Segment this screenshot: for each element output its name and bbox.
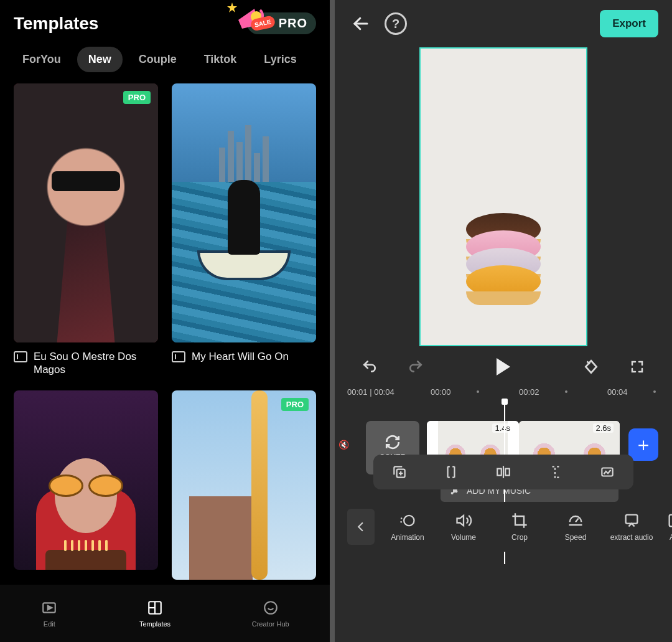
templates-title: Templates bbox=[14, 14, 98, 34]
pro-tag: PRO bbox=[123, 91, 151, 104]
export-button[interactable]: Export bbox=[600, 10, 658, 37]
ruler-tick: 00:04 bbox=[607, 387, 628, 397]
svg-point-20 bbox=[404, 516, 414, 526]
tab-new[interactable]: New bbox=[77, 47, 123, 72]
edit-strip bbox=[373, 455, 633, 489]
pro-badge[interactable]: SALE PRO bbox=[247, 12, 316, 34]
tool-label: extract audio bbox=[610, 533, 653, 542]
nav-creator-hub[interactable]: Creator Hub bbox=[252, 599, 289, 628]
extract-audio-icon bbox=[623, 512, 640, 529]
speed-icon bbox=[567, 512, 584, 529]
tool-speed[interactable]: Speed bbox=[548, 512, 604, 542]
tab-lyrics[interactable]: Lyrics bbox=[253, 47, 307, 72]
svg-line-22 bbox=[576, 519, 579, 522]
template-title: Eu Sou O Mestre Dos Magos bbox=[34, 350, 158, 377]
fullscreen-button[interactable] bbox=[625, 354, 650, 379]
svg-rect-24 bbox=[626, 515, 638, 524]
svg-rect-25 bbox=[670, 515, 672, 527]
crop-icon bbox=[511, 512, 528, 529]
clip-duration: 1.4s bbox=[492, 423, 513, 433]
transport-controls bbox=[335, 350, 672, 384]
trim-icon[interactable] bbox=[442, 463, 460, 481]
ruler-dot bbox=[653, 390, 656, 393]
svg-point-11 bbox=[451, 492, 454, 494]
tool-crop[interactable]: Crop bbox=[492, 512, 548, 542]
adjust-icon[interactable] bbox=[598, 463, 617, 481]
template-grid: PRO Eu Sou O Mestre Dos Magos My Heart W… bbox=[0, 83, 330, 585]
tab-tiktok[interactable]: Tiktok bbox=[193, 47, 248, 72]
templates-header: Templates SALE PRO bbox=[0, 0, 330, 38]
keyframe-button[interactable] bbox=[579, 354, 604, 379]
template-thumbnail: PRO bbox=[14, 83, 158, 342]
svg-marker-21 bbox=[457, 516, 464, 526]
help-button[interactable]: ? bbox=[385, 12, 407, 35]
duplicate-icon[interactable] bbox=[390, 463, 409, 481]
volume-icon bbox=[455, 512, 472, 529]
pro-tag: PRO bbox=[281, 398, 309, 411]
preview-frame[interactable] bbox=[419, 47, 587, 346]
ruler-tick: 00:02 bbox=[519, 387, 539, 397]
template-card[interactable]: PRO bbox=[172, 390, 316, 580]
tool-label: Speed bbox=[565, 533, 587, 542]
split-icon[interactable] bbox=[546, 463, 565, 481]
template-card[interactable] bbox=[14, 390, 158, 580]
nav-templates[interactable]: Templates bbox=[139, 599, 170, 628]
auto-icon bbox=[666, 512, 672, 529]
template-card[interactable]: My Heart Will Go On bbox=[172, 83, 316, 377]
tool-row: Animation Volume Crop Speed extract audi… bbox=[335, 502, 672, 552]
multi-clip-icon bbox=[172, 351, 185, 362]
play-button[interactable] bbox=[497, 358, 510, 375]
mirror-icon[interactable] bbox=[494, 463, 513, 481]
preview-area bbox=[335, 47, 672, 350]
tool-label: Aut bbox=[670, 533, 672, 542]
svg-point-12 bbox=[455, 490, 457, 493]
nav-label: Templates bbox=[139, 620, 170, 628]
pane-divider bbox=[330, 0, 335, 642]
preview-content bbox=[466, 228, 541, 298]
tool-label: Animation bbox=[391, 533, 424, 542]
timeline[interactable]: 🔇 COVER 1.4s x1.0 2.6s .0 ＋ ADD MY MUSI bbox=[335, 402, 672, 552]
animation-icon bbox=[399, 512, 416, 529]
tool-label: Crop bbox=[511, 533, 528, 542]
tool-animation[interactable]: Animation bbox=[380, 512, 436, 542]
redo-button[interactable] bbox=[403, 354, 428, 379]
refresh-icon bbox=[385, 434, 401, 450]
clip-duration: 2.6s bbox=[593, 423, 614, 433]
editor-header: ? Export bbox=[335, 0, 672, 47]
back-button[interactable] bbox=[348, 11, 373, 36]
tab-couple[interactable]: Couple bbox=[128, 47, 188, 72]
svg-marker-4 bbox=[48, 606, 52, 610]
tool-extract-audio[interactable]: extract audio bbox=[604, 512, 660, 542]
tool-auto[interactable]: Aut bbox=[660, 512, 672, 542]
svg-rect-18 bbox=[505, 469, 510, 476]
tools-back-button[interactable] bbox=[347, 509, 375, 545]
ruler-dot bbox=[477, 390, 479, 393]
svg-point-8 bbox=[264, 602, 277, 614]
editor-pane: ? Export 00:01 | 00:0 bbox=[335, 0, 672, 642]
templates-pane: Templates SALE PRO ForYou New Couple Tik… bbox=[0, 0, 330, 642]
creator-hub-icon bbox=[262, 599, 279, 616]
tab-foryou[interactable]: ForYou bbox=[11, 47, 72, 72]
nav-edit[interactable]: Edit bbox=[40, 599, 58, 628]
ruler-tick: 00:00 bbox=[431, 387, 451, 397]
undo-button[interactable] bbox=[357, 354, 382, 379]
svg-rect-17 bbox=[497, 469, 502, 476]
template-tabs: ForYou New Couple Tiktok Lyrics bbox=[0, 38, 330, 83]
pro-badge-label: PRO bbox=[279, 16, 307, 31]
template-title: My Heart Will Go On bbox=[192, 350, 289, 363]
template-thumbnail: PRO bbox=[172, 390, 316, 580]
svg-marker-2 bbox=[227, 2, 237, 12]
tool-volume[interactable]: Volume bbox=[436, 512, 492, 542]
tool-label: Volume bbox=[451, 533, 476, 542]
template-card[interactable]: PRO Eu Sou O Mestre Dos Magos bbox=[14, 83, 158, 377]
nav-label: Creator Hub bbox=[252, 620, 289, 628]
bottom-nav: Edit Templates Creator Hub bbox=[0, 585, 330, 642]
multi-clip-icon bbox=[14, 351, 27, 362]
ruler-dot bbox=[565, 390, 567, 393]
template-thumbnail bbox=[172, 83, 316, 342]
add-clip-button[interactable]: ＋ bbox=[628, 428, 658, 461]
nav-label: Edit bbox=[44, 620, 55, 628]
time-display: 00:01 | 00:04 bbox=[347, 387, 394, 397]
template-thumbnail bbox=[14, 390, 158, 570]
edit-icon bbox=[40, 599, 58, 616]
